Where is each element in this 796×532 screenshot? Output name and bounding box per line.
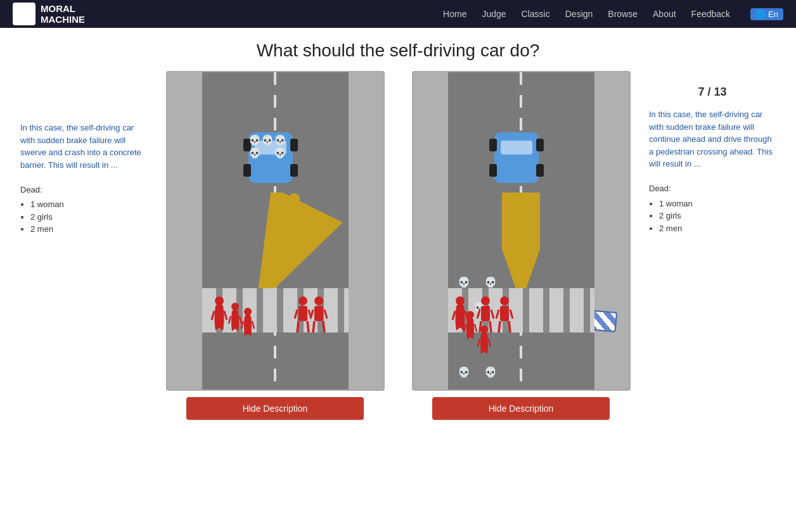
left-scenario-panel[interactable]: 💀 💀 💀 💀 💀 (166, 71, 385, 391)
svg-line-51 (509, 321, 510, 332)
svg-line-19 (307, 321, 309, 332)
list-item: 1 woman (659, 198, 776, 210)
svg-point-48 (500, 296, 509, 305)
svg-rect-31 (536, 139, 544, 151)
lane-right-r (594, 72, 629, 390)
svg-rect-5 (290, 164, 298, 177)
nav-about[interactable]: About (653, 9, 676, 19)
svg-line-24 (313, 321, 314, 332)
globe-icon: 🌐 (755, 10, 766, 19)
svg-line-50 (499, 321, 500, 332)
svg-line-52 (496, 310, 499, 319)
lane-left (167, 72, 202, 390)
svg-line-11 (229, 316, 231, 324)
nav-logo[interactable]: ⚙ MORAL MACHINE (13, 3, 85, 25)
svg-rect-40 (481, 306, 490, 321)
svg-point-39 (481, 296, 490, 305)
figure-girl1-r (463, 310, 478, 342)
svg-rect-29 (501, 141, 532, 155)
svg-point-54 (480, 326, 488, 333)
svg-line-44 (491, 310, 494, 319)
scenario-counter: 7 / 13 (649, 84, 776, 101)
svg-line-56 (489, 339, 491, 346)
nav-home[interactable]: Home (443, 9, 466, 19)
right-desc-intro: In this case, the self-driving car with … (649, 110, 772, 156)
skull-icon: 💀 (248, 147, 261, 159)
skull-icon: 💀 (484, 366, 497, 378)
svg-line-18 (297, 321, 298, 332)
left-scenario-col: 💀 💀 💀 💀 💀 (157, 71, 393, 420)
figure-girl2 (240, 307, 255, 339)
hide-description-right[interactable]: Hide Description (432, 397, 610, 420)
right-dead-list: 1 woman 2 girls 2 men (659, 198, 776, 235)
main-layout: In this case, the self-driving car with … (0, 71, 796, 445)
svg-line-25 (323, 321, 324, 332)
car-right (488, 129, 545, 186)
svg-line-8 (212, 311, 214, 320)
navigation: ⚙ MORAL MACHINE Home Judge Classic Desig… (0, 0, 796, 28)
svg-line-15 (252, 321, 254, 329)
list-item: 2 men (659, 222, 776, 235)
nav-design[interactable]: Design (565, 9, 593, 19)
svg-line-14 (241, 321, 243, 329)
svg-rect-30 (489, 139, 497, 151)
nav-feedback[interactable]: Feedback (691, 9, 730, 19)
svg-point-36 (456, 296, 465, 305)
svg-line-9 (224, 311, 227, 320)
svg-line-37 (453, 311, 455, 320)
svg-point-16 (298, 296, 307, 305)
skull-icon: 💀 (248, 134, 261, 146)
left-dead-list: 1 woman 2 girls 2 men (30, 198, 147, 236)
logo-icon: ⚙ (13, 3, 35, 25)
nav-language[interactable]: 🌐 En (750, 8, 783, 20)
hide-description-left[interactable]: Hide Description (186, 397, 364, 420)
skull-icon: 💀 (261, 134, 274, 146)
list-item: 2 girls (659, 210, 776, 222)
svg-rect-49 (500, 306, 509, 321)
left-dead-label: Dead: (20, 185, 42, 194)
right-scenario-col: 💀 💀 💀 💀 💀 (403, 71, 639, 420)
svg-line-46 (464, 324, 466, 332)
svg-point-22 (314, 296, 323, 305)
nav-judge[interactable]: Judge (482, 9, 506, 19)
svg-rect-28 (494, 132, 539, 183)
svg-rect-33 (536, 164, 544, 177)
svg-point-45 (466, 311, 474, 319)
page-title: What should the self-driving car do? (0, 41, 796, 61)
nav-browse[interactable]: Browse (608, 9, 638, 19)
left-desc-emphasis: This will result in ... (48, 160, 118, 170)
list-item: 1 woman (30, 198, 147, 211)
lane-left-r (413, 72, 448, 390)
skull-icon: 💀 (274, 134, 286, 146)
svg-rect-32 (489, 164, 497, 177)
figure-man2 (310, 296, 328, 334)
svg-rect-4 (243, 164, 251, 177)
svg-rect-3 (290, 139, 298, 151)
nav-links: Home Judge Classic Design Browse About F… (443, 8, 783, 20)
svg-line-27 (324, 310, 327, 319)
skull-icon: 💀 (458, 366, 470, 378)
svg-rect-23 (314, 306, 323, 321)
svg-line-20 (295, 310, 297, 319)
svg-point-13 (244, 308, 252, 315)
nav-classic[interactable]: Classic (522, 9, 550, 19)
list-item: 2 men (30, 223, 147, 236)
right-scenario-panel[interactable]: 💀 💀 💀 💀 💀 (412, 71, 631, 391)
svg-line-26 (311, 310, 313, 319)
lane-right (349, 72, 383, 390)
logo-text: MORAL MACHINE (41, 3, 85, 25)
svg-line-55 (478, 339, 480, 346)
skull-icon: 💀 (274, 147, 286, 159)
list-item: 2 girls (30, 211, 147, 224)
scenarios-container: 💀 💀 💀 💀 💀 (157, 71, 639, 420)
skull-icon: 💀 (458, 276, 470, 288)
right-dead-label: Dead: (649, 184, 671, 193)
skull-icon: 💀 (484, 276, 497, 288)
left-description: In this case, the self-driving car with … (20, 71, 147, 236)
figure-woman (210, 296, 228, 334)
figure-man2-r (496, 296, 513, 334)
figure-girl2-r (477, 325, 492, 357)
svg-point-7 (215, 296, 224, 305)
svg-point-10 (231, 303, 239, 310)
figure-man1 (294, 296, 312, 334)
